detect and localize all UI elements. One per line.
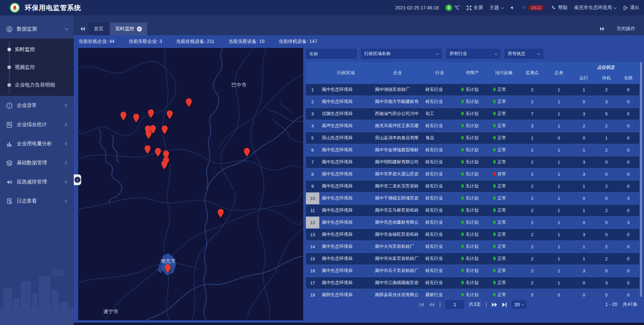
stopped-count-cell: 0 (596, 192, 618, 204)
page-size-select[interactable]: 20 (512, 300, 526, 309)
table-row[interactable]: 16阆中生态环境局阆中市石子页岩机砖厂砖瓦行业无计划正常21300 (306, 265, 639, 277)
next-page-button[interactable] (492, 303, 497, 307)
map-pin-icon[interactable] (155, 148, 162, 157)
org-dropdown[interactable]: 南充市生态环境局 (574, 5, 616, 11)
map-pin-icon[interactable] (185, 98, 193, 107)
table-row[interactable]: 5营山生态环境局营山县润丰肉食品有限食品无计划正常10010 (306, 132, 639, 144)
facility-status-cell: 正常 (488, 204, 519, 216)
sidebar-item-basic-data[interactable]: 基础数据管理 (0, 153, 74, 172)
company-cell: 阆中市光富页岩机砖厂 (372, 253, 423, 265)
name-filter-input[interactable] (306, 49, 357, 59)
search-document-icon (6, 121, 13, 128)
tab-close-icon[interactable]: ✕ (137, 26, 142, 32)
map-pin-icon[interactable] (217, 209, 224, 218)
table-row[interactable]: 17阆中生态环境局阆中市江南镇阆南页岩砖瓦行业无计划正常21030 (306, 277, 639, 289)
table-row[interactable]: 9阆中生态环境局阆中市二龙长宝页岩砖砖瓦行业无计划正常21120 (306, 180, 639, 192)
table-row[interactable]: 4高坪生态环境局南充市高坪区王家店建砖瓦行业无计划正常31220 (306, 120, 639, 132)
tabs-scroll-right-button[interactable] (596, 22, 608, 35)
map-pin-icon[interactable] (166, 110, 173, 119)
sidebar-item-data-monitoring[interactable]: 数据监测 (0, 19, 74, 39)
table-row[interactable]: 10阆中生态环境局阆中千佛镇五郎垭页岩砖瓦行业无计划正常21003 (306, 192, 639, 204)
running-count-cell: 3 (572, 168, 596, 180)
col-header-industry: 行业 (423, 62, 456, 84)
map-canvas[interactable]: 巴中市南充市遂宁市 (78, 48, 303, 320)
company-cell: 营山县润丰肉食品有限 (372, 132, 423, 144)
limit-status-cell: 无计划 (457, 192, 489, 204)
table-row[interactable]: 2阆中生态环境局阆中市南方节能建材有砖瓦行业无计划正常21030 (306, 96, 639, 108)
table-row[interactable]: 1阆中生态环境局阆中强锐页岩砖厂砖瓦行业无计划正常21120 (306, 84, 639, 96)
fullscreen-button[interactable]: 全屏 (467, 5, 483, 11)
map-pin-icon[interactable] (244, 148, 251, 157)
tab-home[interactable]: 首页 (89, 22, 109, 35)
region-filter-select[interactable]: 行政区域名称 (361, 49, 442, 59)
phone-icon (551, 5, 556, 10)
map-pin-icon[interactable] (120, 111, 127, 121)
table-row[interactable]: 7阆中生态环境局阆中明阳建材有限公司砖瓦行业无计划正常21300 (306, 156, 639, 168)
status-dot-icon (461, 100, 464, 103)
stopped-count-cell: 0 (596, 156, 618, 168)
sidebar-item-enterprise-statistics[interactable]: 企业综合统计 (0, 115, 74, 134)
map-pin-icon[interactable] (161, 160, 168, 170)
company-cell: 阆中千佛镇五郎垭页岩 (372, 192, 423, 204)
map-pin-icon[interactable] (164, 264, 171, 273)
header-toolbar: 2021-02-25 17:46:18 0 ℃ 全屏 主题 (395, 4, 639, 11)
status-dot-icon (493, 245, 496, 248)
map-pin-icon[interactable] (147, 109, 154, 118)
help-button[interactable]: 帮助 (551, 5, 568, 11)
sidebar-collapse-handle[interactable] (74, 174, 81, 185)
table-row[interactable]: 6阆中生态环境局阆中市金博瑞新型墙材砖瓦行业无计划正常21120 (306, 144, 639, 156)
region-cell: 高坪生态环境局 (319, 120, 372, 132)
exit-button[interactable]: 退出 (623, 5, 639, 11)
city-skyline-decoration (0, 258, 74, 325)
map-pin-icon[interactable] (144, 145, 151, 154)
industry-filter-select[interactable]: 所有行业 (446, 49, 500, 59)
stopped-count-cell: 2 (596, 84, 618, 96)
sidebar-item-power-analysis[interactable]: 企业用电量分析 (0, 134, 74, 153)
table-row[interactable]: 11阆中生态环境局阆中市五马桥页岩机砖砖瓦行业无计划正常21120 (306, 204, 639, 216)
notification-button[interactable]: 2632 (522, 5, 545, 11)
tab-realtime-monitor[interactable]: 实时监控 ✕ (110, 22, 147, 35)
page-number-input[interactable] (445, 300, 464, 309)
table-row[interactable]: 13阆中生态环境局阆中市金福旺页岩机砖砖瓦行业无计划正常21300 (306, 228, 639, 240)
tabs-scroll-left-button[interactable] (77, 22, 89, 35)
table-row[interactable]: 8阆中生态环境局阆中市枣碧大梁山页岩砖瓦行业无计划异常21300 (306, 168, 639, 180)
table-row[interactable]: 18南部生态环境局南部县双佳水泥有限公建材行业无计划正常50050 (306, 289, 639, 297)
sidebar-item-log-view[interactable]: 日志查看 (0, 192, 74, 211)
map-pin-icon[interactable] (161, 125, 168, 134)
sidebar-item-power-load-detail[interactable]: 企业电力负荷明细 (0, 76, 74, 94)
last-page-button[interactable] (502, 303, 507, 307)
row-index-cell: 12 (306, 216, 319, 228)
table-scrollbar[interactable] (640, 62, 642, 297)
stopped-count-cell: 3 (596, 96, 618, 108)
chevron-down-icon (65, 27, 68, 30)
lost-count-cell: 0 (617, 144, 639, 156)
mute-button[interactable] (510, 5, 515, 10)
col-header-region: 行政区域 (319, 62, 372, 84)
map-pin-icon[interactable] (133, 113, 140, 123)
sidebar-item-emergency-reduction[interactable]: 应急减排管理 (0, 172, 74, 192)
enterprise-table: 行政区域 企业 行业 停限产 治污设施 监测点 总表 点位状态 运行 停机 (306, 62, 639, 297)
col-header-index (306, 62, 319, 84)
status-dot-icon (461, 220, 464, 224)
row-index-cell: 11 (306, 204, 319, 216)
prev-page-button[interactable] (429, 303, 435, 307)
facility-status-cell: 正常 (488, 84, 519, 96)
row-index-cell: 5 (306, 132, 319, 144)
chevron-down-icon (436, 52, 439, 55)
close-operations-button[interactable]: 关闭操作 (616, 26, 635, 32)
map-pin-icon[interactable] (145, 130, 152, 139)
status-filter-select[interactable]: 所有状态 (504, 49, 543, 59)
sidebar-item-enterprise-anomaly[interactable]: 企业异常 (0, 96, 74, 115)
lost-count-cell: 0 (617, 84, 639, 96)
logout-icon (623, 5, 628, 10)
sidebar-item-video-monitor[interactable]: 视频监控 (0, 58, 74, 76)
first-page-button[interactable] (419, 303, 424, 307)
theme-dropdown[interactable]: 主题 (490, 5, 503, 11)
table-row[interactable]: 12阆中生态环境局阆中市忠信建材有限公砖瓦行业无计划正常21003 (306, 216, 639, 228)
table-row[interactable]: 15阆中生态环境局阆中市光富页岩机砖厂砖瓦行业无计划正常21120 (306, 253, 639, 265)
sidebar-item-realtime-monitor[interactable]: 实时监控 (0, 41, 74, 58)
table-row[interactable]: 14阆中生态环境局阆中大兴页岩机砖厂砖瓦行业无计划正常21120 (306, 240, 639, 253)
table-row[interactable]: 3仪陇生态环境局西南油气田分公司川中化工无计划正常71350 (306, 108, 639, 120)
monitor-count-cell: 2 (519, 204, 546, 216)
status-dot-icon (493, 88, 496, 91)
